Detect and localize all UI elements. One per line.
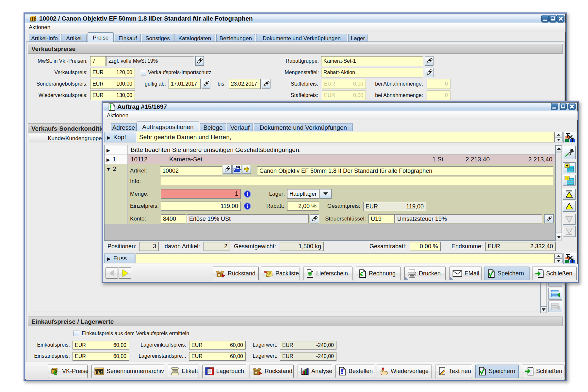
svg-text:€: € <box>360 271 364 278</box>
svg-text:€: € <box>54 369 57 376</box>
svg-text:S/N: S/N <box>96 370 103 375</box>
svg-text:i: i <box>246 204 248 209</box>
svg-text:i: i <box>246 191 248 197</box>
